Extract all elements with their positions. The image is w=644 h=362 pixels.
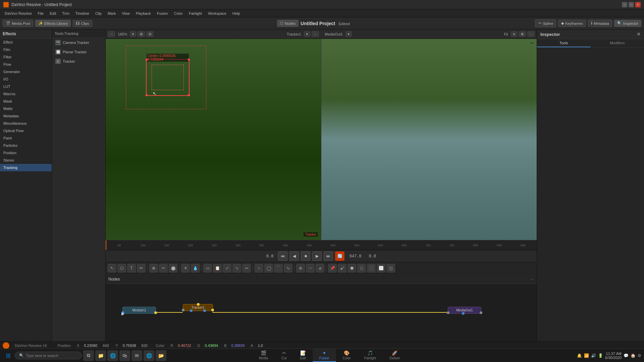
rect-tool[interactable]: ▭ xyxy=(203,264,212,273)
text-tool[interactable]: T xyxy=(127,264,136,273)
tools-item-camera-tracker[interactable]: 📷 Camera Tracker xyxy=(52,38,105,47)
viewer-right[interactable] xyxy=(321,39,537,240)
file-explorer-button[interactable]: 📁 xyxy=(95,350,106,361)
warp-tool[interactable]: ⌀ xyxy=(316,264,324,273)
effects-item-optical-flow[interactable]: Optical Flow xyxy=(0,127,52,134)
menu-item-playback[interactable]: Playback xyxy=(133,11,154,16)
viewer-layout-button[interactable]: ⊟ xyxy=(146,31,154,37)
tab-fusion[interactable]: ✦ Fusion xyxy=(313,349,336,362)
menu-item-edit[interactable]: Edit xyxy=(47,11,59,16)
go-to-end-button[interactable]: ⏭ xyxy=(324,251,333,261)
node-media-in[interactable]: ▶ MediaIn1 xyxy=(122,307,156,314)
effects-item-metadata[interactable]: Metadata xyxy=(0,112,52,120)
tools-item-tracker[interactable]: ⊕ Tracker xyxy=(52,57,105,66)
light-tool[interactable]: ☀ xyxy=(181,264,190,273)
viewer-more-left[interactable]: ··· xyxy=(312,31,319,37)
viewer-left[interactable]: Center: 0.2590028, 0.7355344 Tracker ↖ xyxy=(106,39,321,240)
bezier-tool[interactable]: ⌒ xyxy=(274,264,283,273)
store-button[interactable]: 🛍 xyxy=(119,350,130,361)
play-button[interactable]: ▶ xyxy=(312,251,322,261)
tab-color[interactable]: 🎨 Color xyxy=(336,349,358,362)
network-icon[interactable]: 📶 xyxy=(584,353,589,358)
edge-button[interactable]: 🌐 xyxy=(107,350,118,361)
effects-item-position[interactable]: Position xyxy=(0,149,52,157)
effects-item-stereo[interactable]: Stereo xyxy=(0,157,52,164)
clip-tool[interactable]: 📋 xyxy=(213,264,222,273)
bspline-tool[interactable]: ∿ xyxy=(284,264,292,273)
home-icon[interactable]: 🏠 xyxy=(631,353,636,358)
chrome-button[interactable]: 🌐 xyxy=(144,350,154,361)
menu-item-workspace[interactable]: Workspace xyxy=(205,11,229,16)
effects-library-button[interactable]: ✨ Effects Library xyxy=(35,20,71,27)
viewer-fit-dropdown[interactable]: ▾ xyxy=(511,31,517,37)
media-pool-button[interactable]: 🎬 Media Pool xyxy=(3,20,33,27)
action-center-icon[interactable]: 💬 xyxy=(624,353,629,358)
effects-item-particles[interactable]: Particles xyxy=(0,142,52,149)
effects-item-mask[interactable]: Mask xyxy=(0,98,52,105)
nodes-content[interactable]: ▶ MediaIn1 Tracker1 xyxy=(106,284,537,341)
close-button[interactable]: ✕ xyxy=(635,2,641,7)
resize-tool[interactable]: ⤡ xyxy=(232,264,241,273)
circle-tool[interactable]: ○ xyxy=(255,264,263,273)
menu-item-trim[interactable]: Trim xyxy=(59,11,72,16)
keyframes-button[interactable]: ◆ Keyframes xyxy=(558,20,586,27)
menu-item-help[interactable]: Help xyxy=(230,11,243,16)
loop-button[interactable]: 🔄 xyxy=(335,251,344,261)
node-media-out[interactable]: MediaOut1 xyxy=(448,307,481,314)
expand-tool[interactable]: ⤢ xyxy=(223,264,231,273)
nodes-options[interactable]: ··· xyxy=(531,277,534,282)
tab-media[interactable]: 🎬 Media xyxy=(252,349,275,362)
pin-tool[interactable]: 📌 xyxy=(328,264,337,273)
spline-button[interactable]: 〜 Spline xyxy=(535,19,556,27)
go-to-start-button[interactable]: ⏮ xyxy=(278,251,287,261)
notification-icon[interactable]: 🔔 xyxy=(577,353,582,358)
effects-item-lut[interactable]: LUT xyxy=(0,83,52,90)
minimize-button[interactable]: ─ xyxy=(622,2,627,7)
fill-tool[interactable]: ⬡ xyxy=(357,264,366,273)
menu-item-view[interactable]: View xyxy=(119,11,132,16)
viewer-node-dropdown-left[interactable]: ▾ xyxy=(304,31,310,37)
viewer-grid-right[interactable]: ⊞ xyxy=(519,31,526,37)
menu-item-mark[interactable]: Mark xyxy=(105,11,118,16)
volume-icon[interactable]: 🔊 xyxy=(591,353,596,358)
tab-edit[interactable]: 📝 Edit xyxy=(293,349,313,362)
stamp-tool[interactable]: ⬢ xyxy=(347,264,356,273)
select-tool[interactable]: ↖ xyxy=(108,264,116,273)
viewer-more-right[interactable]: ··· xyxy=(527,31,535,37)
effects-item-film[interactable]: Film xyxy=(0,46,52,53)
effects-item-io[interactable]: I/O xyxy=(0,75,52,83)
windows-start-button[interactable]: ⊞ xyxy=(3,350,13,361)
menu-item-timeline[interactable]: Timeline xyxy=(73,11,92,16)
effects-item-effect[interactable]: Effect xyxy=(0,39,52,46)
inspector-close[interactable]: ✕ xyxy=(637,32,641,37)
stop-button[interactable]: ■ xyxy=(301,251,310,261)
tab-cut[interactable]: ✂ Cut xyxy=(275,349,293,362)
settings-icon[interactable]: ⚙ xyxy=(638,353,641,358)
clone-tool[interactable]: ◫ xyxy=(386,264,395,273)
menu-item-clip[interactable]: Clip xyxy=(93,11,104,16)
effects-item-miscellaneous[interactable]: Miscellaneous xyxy=(0,120,52,127)
transform-tool[interactable]: ⊕ xyxy=(149,264,158,273)
inspector-button[interactable]: 🔍 Inspector xyxy=(614,20,641,27)
smear-tool[interactable]: ⬜ xyxy=(377,264,385,273)
clips-button[interactable]: 🎞 Clips xyxy=(73,20,92,27)
viewer-node-dropdown-right[interactable]: ▾ xyxy=(345,31,352,37)
effects-item-filter[interactable]: Filter xyxy=(0,53,52,61)
menu-item-fairlight[interactable]: Fairlight xyxy=(186,11,205,16)
tracker-tool[interactable]: ⊛ xyxy=(296,264,305,273)
nodes-tool[interactable]: ⬡ xyxy=(117,264,126,273)
viewer-options-button[interactable]: ··· xyxy=(108,31,115,37)
effects-item-paint[interactable]: Paint xyxy=(0,134,52,142)
taskbar-search-bar[interactable]: 🔍 Type here to search xyxy=(15,352,82,359)
menu-item-color[interactable]: Color xyxy=(171,11,185,16)
tab-deliver[interactable]: 🚀 Deliver xyxy=(383,349,407,362)
menu-item-file[interactable]: File xyxy=(35,11,47,16)
node-play-btn[interactable]: ▶ xyxy=(121,311,124,314)
crop-tool[interactable]: ✂ xyxy=(159,264,168,273)
play-reverse-button[interactable]: ◀ xyxy=(289,251,299,261)
effects-item-flow[interactable]: Flow xyxy=(0,61,52,68)
mask-tool[interactable]: ⬤ xyxy=(169,264,177,273)
paint-tool[interactable]: ✏ xyxy=(137,264,146,273)
files-button[interactable]: 📂 xyxy=(156,350,166,361)
menu-item-davinci-resolve[interactable]: DaVinci Resolve xyxy=(2,11,35,16)
